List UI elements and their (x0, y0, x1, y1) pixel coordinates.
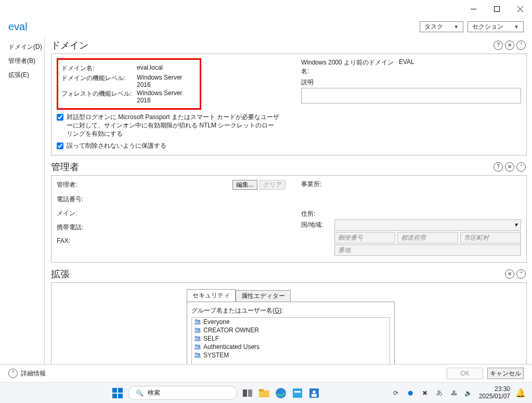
svg-point-17 (198, 353, 200, 355)
cancel-button[interactable]: キャンセル (487, 368, 524, 379)
edge-icon[interactable] (275, 387, 287, 399)
chevron-down-icon: ▼ (514, 24, 519, 30)
office-label: 事業所: (301, 180, 332, 189)
users-group-icon (194, 327, 201, 334)
collapse-icon[interactable]: ˄ (516, 269, 526, 279)
network-icon[interactable]: 🖧 (450, 389, 458, 397)
footer: ˄ 詳細情報 OK キャンセル (0, 364, 532, 382)
security-panel: グループ名またはユーザー名(G): Everyone CREATOR OWNER… (187, 302, 395, 364)
zip-input[interactable]: 郵便番号 (334, 232, 395, 243)
start-icon[interactable] (111, 387, 124, 399)
phone-label: 電話番号: (57, 195, 98, 204)
protect-delete-checkbox[interactable] (57, 142, 63, 149)
svg-rect-1 (495, 6, 500, 11)
sidebar-item-admin[interactable]: 管理者(B) (8, 54, 44, 68)
svg-rect-6 (194, 322, 201, 324)
clear-button[interactable]: クリア (259, 180, 286, 190)
mobile-label: 携帯電話: (57, 223, 98, 232)
main-phone-label: メイン: (57, 209, 98, 218)
users-group-icon (194, 335, 201, 342)
notifications-icon[interactable]: 🔔 (516, 389, 525, 397)
list-item[interactable]: CREATOR OWNER (192, 326, 390, 334)
ime-icon[interactable]: あ (435, 389, 444, 397)
ok-button[interactable]: OK (447, 368, 483, 379)
country-select[interactable]: ▾ (334, 219, 521, 231)
toolbar: eval タスク▼ セクション▼ (0, 18, 532, 37)
app-icon[interactable] (291, 387, 304, 399)
desc-label: 説明 (301, 78, 521, 87)
clock[interactable]: 23:302025/01/07 (479, 386, 510, 400)
domain-highlight-box: ドメイン名:eval.local ドメインの機能レベル:Windows Serv… (57, 58, 201, 110)
ext-section-title: 拡張 (51, 268, 70, 280)
maximize-button[interactable] (485, 2, 509, 16)
help-icon[interactable]: ? (494, 162, 503, 172)
tray-icon[interactable]: ✖ (421, 389, 429, 397)
description-input[interactable] (301, 88, 521, 103)
dfl-label: ドメインの機能レベル: (61, 74, 137, 88)
svg-point-16 (195, 353, 198, 355)
list-item[interactable]: SYSTEM (192, 351, 390, 359)
close-icon[interactable]: ✕ (505, 41, 514, 50)
collapse-icon[interactable]: ˄ (516, 162, 526, 172)
app-icon[interactable] (308, 387, 320, 399)
groups-list[interactable]: Everyone CREATOR OWNER SELF Authenticate… (191, 317, 390, 364)
section-label: セクション (472, 22, 503, 31)
close-icon[interactable]: ✕ (505, 269, 514, 279)
taskbar: 🔍検索 ⟳ ⬣ ✖ あ 🖧 🔉 23:302025/01/07 🔔 (0, 382, 532, 403)
fax-label: FAX: (57, 237, 98, 244)
sidebar-item-domain[interactable]: ドメイン(D) (8, 40, 44, 54)
svg-rect-9 (194, 331, 201, 333)
edit-button[interactable]: 編集... (232, 180, 257, 190)
minimize-button[interactable] (462, 2, 485, 16)
search-icon: 🔍 (136, 389, 144, 397)
ffl-value: Windows Server 2016 (137, 89, 196, 104)
svg-rect-29 (294, 391, 301, 393)
svg-rect-24 (248, 389, 252, 397)
svg-rect-15 (194, 347, 201, 349)
chevron-down-icon: ▼ (453, 24, 459, 30)
users-group-icon (194, 343, 201, 350)
tab-security[interactable]: セキュリティ (187, 289, 236, 302)
address-label: 住所: (301, 210, 332, 218)
tab-attr-editor[interactable]: 属性エディター (236, 290, 291, 302)
task-label: タスク (424, 22, 443, 31)
svg-point-31 (313, 391, 316, 394)
more-info-label[interactable]: 詳細情報 (21, 369, 46, 378)
sidebar-item-ext[interactable]: 拡張(E) (8, 68, 44, 82)
help-icon[interactable]: ? (494, 41, 503, 50)
admin-section: 管理者:編集...クリア 電話番号: メイン: 携帯電話: FAX: 事業所: … (51, 175, 527, 263)
city-input[interactable]: 市区町村 (460, 232, 521, 243)
tray-icon[interactable]: ⟳ (392, 389, 400, 397)
svg-point-4 (195, 319, 198, 322)
close-icon[interactable]: ✕ (505, 162, 514, 172)
list-item[interactable]: Everyone (192, 318, 390, 326)
admin-section-title: 管理者 (51, 161, 79, 173)
ntlm-rolling-checkbox[interactable] (57, 114, 63, 121)
svg-rect-22 (118, 394, 123, 398)
close-button[interactable] (509, 2, 532, 16)
volume-icon[interactable]: 🔉 (464, 389, 473, 397)
svg-rect-26 (259, 389, 264, 392)
explorer-icon[interactable] (258, 387, 270, 399)
pref-input[interactable]: 都道府県 (397, 232, 458, 243)
app-title: eval (8, 21, 28, 33)
task-view-icon[interactable] (241, 387, 254, 399)
list-item[interactable]: Authenticated Users (192, 343, 390, 351)
ext-section: セキュリティ 属性エディター グループ名またはユーザー名(G): Everyon… (51, 282, 527, 364)
search-input[interactable]: 🔍検索 (128, 386, 237, 400)
svg-point-8 (198, 328, 200, 330)
collapse-icon[interactable]: ˄ (516, 41, 526, 50)
task-dropdown[interactable]: タスク▼ (420, 21, 463, 32)
svg-rect-19 (112, 388, 117, 393)
users-group-icon (194, 318, 201, 326)
svg-rect-28 (293, 388, 302, 398)
list-item[interactable]: SELF (192, 334, 390, 343)
expand-icon[interactable]: ˄ (8, 369, 18, 378)
street-input[interactable]: 番地 (334, 244, 521, 256)
domain-section: ドメイン名:eval.local ドメインの機能レベル:Windows Serv… (51, 54, 527, 155)
domain-name-value: eval.local (137, 64, 196, 73)
tray-icon[interactable]: ⬣ (406, 389, 414, 397)
section-dropdown[interactable]: セクション▼ (468, 21, 524, 32)
sidebar: ドメイン(D) 管理者(B) 拡張(E) (0, 37, 45, 364)
svg-point-10 (195, 336, 198, 339)
